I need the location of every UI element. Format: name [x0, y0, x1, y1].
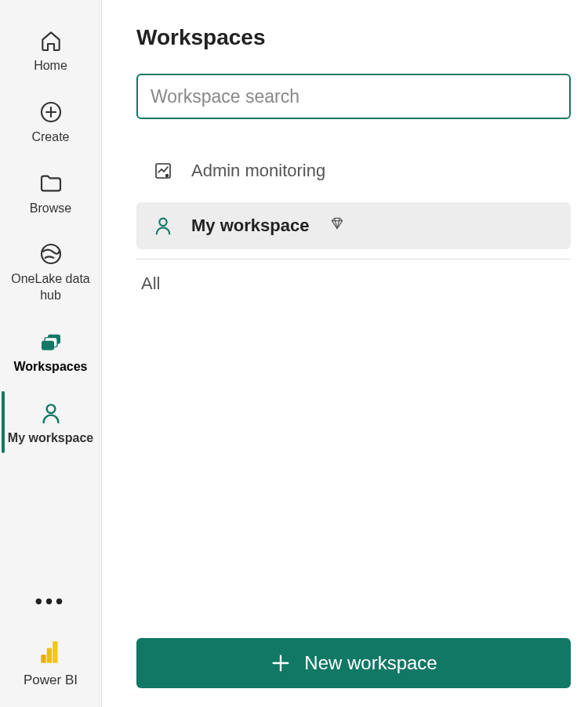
workspace-item-my-workspace[interactable]: My workspace — [136, 202, 571, 249]
search-wrap — [136, 74, 571, 119]
workspace-item-admin-monitoring[interactable]: Admin monitoring — [136, 147, 571, 194]
svg-point-12 — [165, 174, 169, 177]
svg-point-7 — [46, 404, 55, 413]
monitoring-icon — [152, 160, 174, 182]
nav-browse[interactable]: Browse — [0, 157, 102, 228]
nav-create[interactable]: Create — [0, 85, 102, 157]
plus-circle-icon — [35, 96, 67, 128]
workspace-item-label: Admin monitoring — [191, 161, 325, 181]
globe-icon — [35, 238, 67, 270]
section-all-label: All — [136, 274, 571, 294]
nav-onelake[interactable]: OneLake data hub — [0, 227, 102, 315]
nav-home[interactable]: Home — [0, 14, 102, 85]
person-icon — [152, 215, 174, 237]
workspaces-panel: Workspaces Admin monitoring My works — [102, 0, 588, 707]
svg-point-13 — [159, 219, 166, 226]
ellipsis-icon: ••• — [35, 591, 66, 611]
plus-icon — [270, 652, 292, 674]
powerbi-icon — [41, 640, 61, 669]
new-workspace-button-label: New workspace — [304, 652, 437, 674]
workspace-search-input[interactable] — [136, 74, 571, 119]
nav-my-workspace-label: My workspace — [8, 430, 93, 447]
brand-label: Power BI — [24, 673, 78, 688]
svg-rect-6 — [42, 341, 54, 350]
divider — [136, 259, 571, 259]
person-icon — [35, 397, 67, 429]
new-workspace-button[interactable]: New workspace — [136, 638, 571, 688]
left-sidebar: Home Create Browse OneLake data — [0, 0, 102, 707]
nav-create-label: Create — [31, 129, 69, 146]
nav-browse-label: Browse — [30, 201, 71, 217]
nav-onelake-label: OneLake data hub — [5, 271, 97, 304]
workspaces-icon — [35, 326, 67, 357]
panel-title: Workspaces — [136, 25, 571, 50]
nav-home-label: Home — [34, 58, 67, 74]
brand-powerbi[interactable]: Power BI — [0, 625, 102, 707]
home-icon — [35, 25, 67, 56]
svg-rect-9 — [46, 648, 51, 663]
workspace-list: Admin monitoring My workspace — [136, 147, 571, 249]
svg-rect-10 — [41, 654, 45, 663]
workspace-item-label: My workspace — [191, 216, 309, 236]
nav-workspaces[interactable]: Workspaces — [0, 315, 102, 386]
nav-more[interactable]: ••• — [0, 577, 102, 625]
folder-icon — [35, 168, 67, 199]
nav-workspaces-label: Workspaces — [14, 359, 88, 375]
nav-my-workspace[interactable]: My workspace — [0, 386, 102, 458]
diamond-icon — [329, 216, 345, 236]
svg-rect-8 — [53, 641, 57, 663]
